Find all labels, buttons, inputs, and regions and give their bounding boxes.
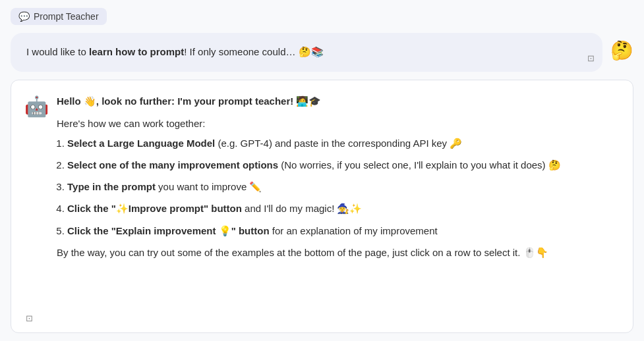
list-item: Type in the prompt you want to improve ✏… (67, 179, 617, 194)
assistant-intro: Here's how we can work together: (57, 116, 617, 132)
list-item: Select one of the many improvement optio… (67, 157, 617, 172)
user-message-bubble: I would like to learn how to prompt! If … (11, 33, 602, 72)
app-title: Prompt Teacher (34, 11, 99, 22)
assistant-content: Hello 👋, look no further: I'm your promp… (57, 93, 617, 266)
list-item: Click the "✨Improve prompt" button and I… (67, 201, 617, 216)
copy-assistant-button[interactable]: ⊡ (24, 312, 34, 325)
assistant-closing: By the way, you can try out some of the … (57, 245, 617, 261)
user-message-row: I would like to learn how to prompt! If … (11, 33, 633, 72)
list-item: Select a Large Language Model (e.g. GPT-… (67, 136, 617, 151)
copy-icon[interactable]: ⊡ (587, 52, 595, 65)
robot-avatar: 🤖 (24, 95, 49, 118)
header-badge: 💬 Prompt Teacher (11, 8, 107, 25)
thinking-emoji: 🤔 (610, 33, 633, 61)
page-container: 💬 Prompt Teacher I would like to learn h… (0, 0, 644, 341)
user-message-text: I would like to learn how to prompt! If … (26, 46, 324, 57)
chat-icon: 💬 (18, 11, 30, 22)
steps-list: Select a Large Language Model (e.g. GPT-… (67, 136, 617, 238)
assistant-greeting: Hello 👋, look no further: I'm your promp… (57, 93, 617, 109)
list-item: Click the "Explain improvement 💡" button… (67, 223, 617, 238)
assistant-message-wrapper: 🤖 Hello 👋, look no further: I'm your pro… (11, 80, 633, 334)
